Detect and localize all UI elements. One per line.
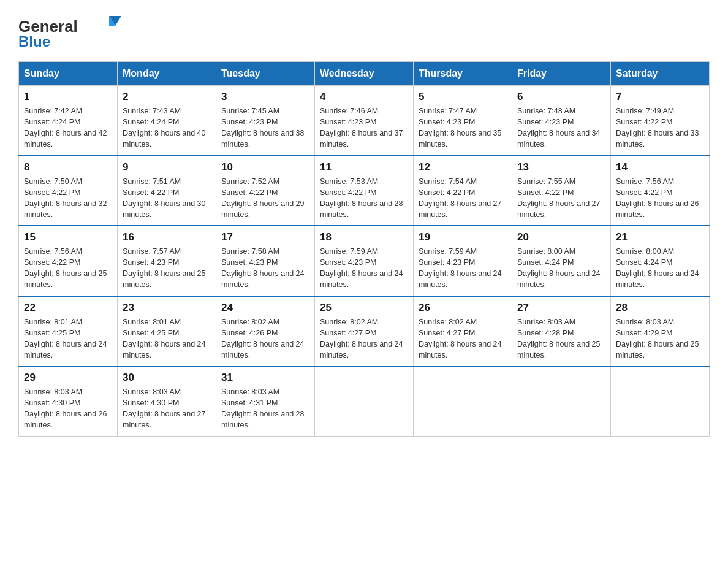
col-header-monday: Monday — [118, 62, 216, 86]
day-info: Sunrise: 8:03 AMSunset: 4:28 PMDaylight:… — [517, 316, 605, 361]
calendar-cell: 26 Sunrise: 8:02 AMSunset: 4:27 PMDaylig… — [414, 296, 512, 367]
day-number: 30 — [123, 372, 211, 384]
col-header-wednesday: Wednesday — [315, 62, 414, 86]
calendar-cell — [512, 366, 611, 436]
calendar-cell: 10 Sunrise: 7:52 AMSunset: 4:22 PMDaylig… — [216, 156, 315, 226]
day-info: Sunrise: 7:46 AMSunset: 4:23 PMDaylight:… — [320, 105, 408, 150]
day-info: Sunrise: 7:47 AMSunset: 4:23 PMDaylight:… — [419, 105, 507, 150]
calendar-cell: 29 Sunrise: 8:03 AMSunset: 4:30 PMDaylig… — [19, 366, 118, 436]
day-info: Sunrise: 7:56 AMSunset: 4:22 PMDaylight:… — [616, 176, 704, 221]
calendar-cell: 30 Sunrise: 8:03 AMSunset: 4:30 PMDaylig… — [118, 366, 216, 436]
logo: General Blue — [18, 12, 129, 49]
day-number: 18 — [320, 231, 408, 243]
day-number: 21 — [616, 231, 704, 243]
calendar-header-row: SundayMondayTuesdayWednesdayThursdayFrid… — [19, 62, 710, 86]
calendar-week-row: 29 Sunrise: 8:03 AMSunset: 4:30 PMDaylig… — [19, 366, 710, 436]
calendar-cell: 8 Sunrise: 7:50 AMSunset: 4:22 PMDayligh… — [19, 156, 118, 226]
day-number: 26 — [419, 302, 507, 314]
calendar-week-row: 15 Sunrise: 7:56 AMSunset: 4:22 PMDaylig… — [19, 226, 710, 296]
day-number: 19 — [419, 231, 507, 243]
day-info: Sunrise: 7:53 AMSunset: 4:22 PMDaylight:… — [320, 176, 408, 221]
day-info: Sunrise: 7:59 AMSunset: 4:23 PMDaylight:… — [320, 246, 408, 291]
calendar-cell: 21 Sunrise: 8:00 AMSunset: 4:24 PMDaylig… — [611, 226, 710, 296]
day-info: Sunrise: 8:01 AMSunset: 4:25 PMDaylight:… — [24, 316, 112, 361]
day-number: 13 — [517, 161, 605, 174]
calendar-week-row: 8 Sunrise: 7:50 AMSunset: 4:22 PMDayligh… — [19, 156, 710, 226]
calendar-week-row: 1 Sunrise: 7:42 AMSunset: 4:24 PMDayligh… — [19, 86, 710, 156]
day-number: 31 — [221, 372, 309, 384]
day-info: Sunrise: 8:00 AMSunset: 4:24 PMDaylight:… — [616, 246, 704, 291]
calendar-cell: 23 Sunrise: 8:01 AMSunset: 4:25 PMDaylig… — [118, 296, 216, 367]
day-number: 11 — [320, 161, 408, 174]
calendar-cell: 25 Sunrise: 8:02 AMSunset: 4:27 PMDaylig… — [315, 296, 414, 367]
day-number: 4 — [320, 91, 408, 103]
day-number: 25 — [320, 302, 408, 314]
calendar-cell — [315, 366, 414, 436]
day-info: Sunrise: 8:03 AMSunset: 4:30 PMDaylight:… — [123, 386, 211, 431]
calendar-cell: 14 Sunrise: 7:56 AMSunset: 4:22 PMDaylig… — [611, 156, 710, 226]
calendar-cell — [611, 366, 710, 436]
calendar-cell: 15 Sunrise: 7:56 AMSunset: 4:22 PMDaylig… — [19, 226, 118, 296]
calendar-cell: 24 Sunrise: 8:02 AMSunset: 4:26 PMDaylig… — [216, 296, 315, 367]
day-info: Sunrise: 7:51 AMSunset: 4:22 PMDaylight:… — [123, 176, 211, 221]
calendar-cell: 28 Sunrise: 8:03 AMSunset: 4:29 PMDaylig… — [611, 296, 710, 367]
calendar-cell: 20 Sunrise: 8:00 AMSunset: 4:24 PMDaylig… — [512, 226, 611, 296]
day-info: Sunrise: 8:02 AMSunset: 4:26 PMDaylight:… — [221, 316, 309, 361]
calendar-cell: 31 Sunrise: 8:03 AMSunset: 4:31 PMDaylig… — [216, 366, 315, 436]
day-info: Sunrise: 8:02 AMSunset: 4:27 PMDaylight:… — [320, 316, 408, 361]
day-number: 24 — [221, 302, 309, 314]
day-number: 29 — [24, 372, 112, 384]
calendar-cell: 18 Sunrise: 7:59 AMSunset: 4:23 PMDaylig… — [315, 226, 414, 296]
calendar-cell: 12 Sunrise: 7:54 AMSunset: 4:22 PMDaylig… — [414, 156, 512, 226]
day-info: Sunrise: 7:55 AMSunset: 4:22 PMDaylight:… — [517, 176, 605, 221]
day-info: Sunrise: 7:42 AMSunset: 4:24 PMDaylight:… — [24, 105, 112, 150]
day-info: Sunrise: 7:54 AMSunset: 4:22 PMDaylight:… — [419, 176, 507, 221]
calendar-cell: 2 Sunrise: 7:43 AMSunset: 4:24 PMDayligh… — [118, 86, 216, 156]
day-number: 7 — [616, 91, 704, 103]
day-number: 16 — [123, 231, 211, 243]
calendar-cell: 1 Sunrise: 7:42 AMSunset: 4:24 PMDayligh… — [19, 86, 118, 156]
day-info: Sunrise: 7:43 AMSunset: 4:24 PMDaylight:… — [123, 105, 211, 150]
page-header: General Blue — [18, 12, 710, 49]
day-number: 17 — [221, 231, 309, 243]
calendar-cell: 5 Sunrise: 7:47 AMSunset: 4:23 PMDayligh… — [414, 86, 512, 156]
calendar-cell — [414, 366, 512, 436]
calendar-week-row: 22 Sunrise: 8:01 AMSunset: 4:25 PMDaylig… — [19, 296, 710, 367]
calendar-cell: 9 Sunrise: 7:51 AMSunset: 4:22 PMDayligh… — [118, 156, 216, 226]
day-number: 20 — [517, 231, 605, 243]
day-number: 15 — [24, 231, 112, 243]
day-info: Sunrise: 7:57 AMSunset: 4:23 PMDaylight:… — [123, 246, 211, 291]
day-number: 1 — [24, 91, 112, 103]
col-header-tuesday: Tuesday — [216, 62, 315, 86]
day-info: Sunrise: 8:00 AMSunset: 4:24 PMDaylight:… — [517, 246, 605, 291]
day-number: 6 — [517, 91, 605, 103]
calendar-cell: 16 Sunrise: 7:57 AMSunset: 4:23 PMDaylig… — [118, 226, 216, 296]
calendar-cell: 3 Sunrise: 7:45 AMSunset: 4:23 PMDayligh… — [216, 86, 315, 156]
day-info: Sunrise: 8:02 AMSunset: 4:27 PMDaylight:… — [419, 316, 507, 361]
calendar-table: SundayMondayTuesdayWednesdayThursdayFrid… — [18, 61, 710, 437]
calendar-cell: 19 Sunrise: 7:59 AMSunset: 4:23 PMDaylig… — [414, 226, 512, 296]
calendar-cell: 17 Sunrise: 7:58 AMSunset: 4:23 PMDaylig… — [216, 226, 315, 296]
day-info: Sunrise: 7:50 AMSunset: 4:22 PMDaylight:… — [24, 176, 112, 221]
day-info: Sunrise: 8:01 AMSunset: 4:25 PMDaylight:… — [123, 316, 211, 361]
day-info: Sunrise: 7:49 AMSunset: 4:22 PMDaylight:… — [616, 105, 704, 150]
calendar-cell: 22 Sunrise: 8:01 AMSunset: 4:25 PMDaylig… — [19, 296, 118, 367]
calendar-cell: 13 Sunrise: 7:55 AMSunset: 4:22 PMDaylig… — [512, 156, 611, 226]
day-info: Sunrise: 7:45 AMSunset: 4:23 PMDaylight:… — [221, 105, 309, 150]
logo-svg: General Blue — [18, 12, 129, 49]
calendar-cell: 11 Sunrise: 7:53 AMSunset: 4:22 PMDaylig… — [315, 156, 414, 226]
calendar-cell: 4 Sunrise: 7:46 AMSunset: 4:23 PMDayligh… — [315, 86, 414, 156]
day-number: 23 — [123, 302, 211, 314]
svg-text:Blue: Blue — [18, 33, 50, 49]
calendar-cell: 6 Sunrise: 7:48 AMSunset: 4:23 PMDayligh… — [512, 86, 611, 156]
col-header-friday: Friday — [512, 62, 611, 86]
day-number: 9 — [123, 161, 211, 174]
day-number: 10 — [221, 161, 309, 174]
day-number: 8 — [24, 161, 112, 174]
day-number: 28 — [616, 302, 704, 314]
day-number: 22 — [24, 302, 112, 314]
day-info: Sunrise: 7:48 AMSunset: 4:23 PMDaylight:… — [517, 105, 605, 150]
day-number: 3 — [221, 91, 309, 103]
day-number: 12 — [419, 161, 507, 174]
day-info: Sunrise: 7:52 AMSunset: 4:22 PMDaylight:… — [221, 176, 309, 221]
